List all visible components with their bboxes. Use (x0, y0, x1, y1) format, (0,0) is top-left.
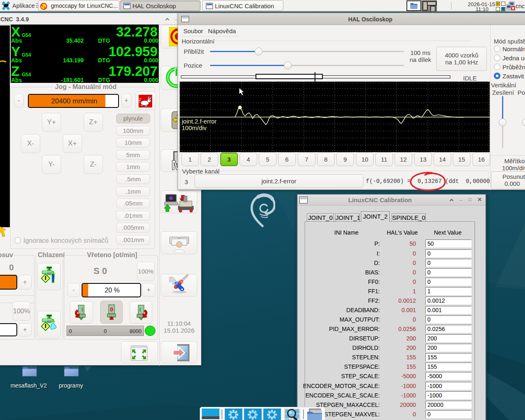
svg-text:0: 0 (110, 306, 113, 313)
svg-text:N: N (41, 4, 43, 7)
svg-text:S: S (43, 6, 46, 9)
